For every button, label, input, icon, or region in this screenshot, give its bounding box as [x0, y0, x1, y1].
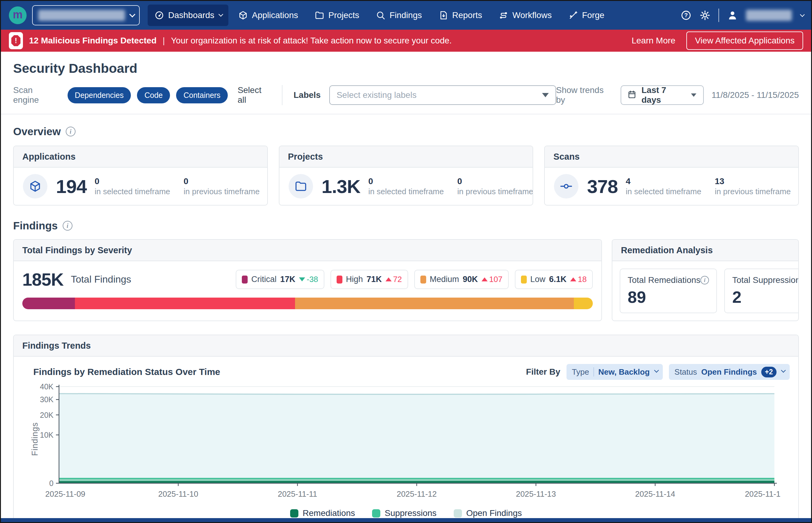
help-icon[interactable]: ?	[681, 10, 691, 21]
legend-label: Suppressions	[385, 508, 437, 518]
labels-dropdown-icon	[542, 93, 549, 97]
selected-timeframe-value: 4	[626, 177, 701, 186]
type-filter-value: New, Backlog	[598, 367, 650, 377]
legend-label: Open Findings	[466, 508, 522, 518]
svg-text:2025-11-11: 2025-11-11	[278, 489, 317, 499]
findings-trends-chart: Findings 010K20K30K40K2025-11-092025-11-…	[22, 382, 790, 505]
severity-value: 90K	[463, 275, 478, 284]
scan-engine-chip-dependencies[interactable]: Dependencies	[68, 87, 131, 103]
severity-chips: Critical 17K -38 High 71K 72 Medium 90K …	[236, 270, 593, 289]
severity-swatch	[337, 275, 343, 284]
overview-card-projects: Projects 1.3K 0 in selected timeframe 0 …	[279, 146, 534, 205]
svg-text:0: 0	[49, 479, 54, 488]
info-icon[interactable]: i	[700, 276, 709, 285]
previous-timeframe-label: in previous timeframe	[715, 187, 791, 196]
svg-text:30K: 30K	[40, 395, 54, 404]
metric-value: 89	[628, 288, 709, 306]
user-name-redacted	[746, 10, 792, 21]
nav-item-label: Applications	[252, 11, 298, 20]
total-findings-label: Total Findings	[71, 274, 131, 285]
status-filter-value: Open Findings	[701, 367, 757, 377]
legend-item-remediations[interactable]: Remediations	[290, 508, 355, 518]
section-divider	[1, 114, 811, 114]
gauge-icon	[154, 11, 164, 20]
labels-label: Labels	[294, 90, 321, 100]
trend-period-select[interactable]: Last 7 days	[621, 85, 703, 105]
findings-trends-card: Findings Trends Findings by Remediation …	[13, 335, 799, 520]
metric-value: 2	[732, 288, 799, 306]
type-filter-chevron-icon	[654, 368, 659, 373]
labels-input[interactable]	[337, 90, 542, 100]
nav-item-applications[interactable]: Applications	[232, 5, 305, 26]
total-findings-value: 185K	[22, 269, 63, 290]
scan-engine-chip-containers[interactable]: Containers	[176, 87, 228, 103]
findings-title: Findings	[13, 220, 58, 232]
findings-info-icon[interactable]: i	[63, 221, 72, 231]
nav-item-label: Projects	[328, 11, 359, 20]
legend-swatch	[454, 509, 462, 518]
severity-chip-medium[interactable]: Medium 90K 107	[414, 270, 509, 289]
overview-card-scans: Scans 378 4 in selected timeframe 13 in …	[544, 146, 799, 205]
status-filter-badge: +2	[761, 367, 777, 377]
severity-chip-low[interactable]: Low 6.1K 18	[515, 270, 593, 289]
svg-text:10K: 10K	[40, 431, 54, 439]
organization-select[interactable]	[32, 5, 140, 25]
scan-engine-chips: DependenciesCodeContainers	[68, 87, 228, 103]
severity-name: Low	[531, 275, 546, 284]
overview-title: Overview	[13, 125, 61, 138]
remediation-metrics: Total Remediations i 89Total Suppression…	[612, 261, 798, 321]
chart-y-axis-label: Findings	[30, 422, 40, 456]
card-title: Projects	[279, 146, 533, 168]
card-value: 194	[56, 176, 87, 197]
view-affected-applications-button[interactable]: View Affected Applications	[686, 32, 803, 50]
nav-item-dashboards[interactable]: Dashboards	[148, 5, 228, 26]
nav-divider	[718, 8, 719, 22]
chevron-down-icon	[129, 11, 135, 17]
workflow-icon	[499, 11, 509, 20]
trend-period-value: Last 7 days	[641, 85, 685, 105]
trend-dropdown-icon	[691, 93, 697, 97]
overview-info-icon[interactable]: i	[66, 127, 75, 137]
type-filter[interactable]: Type New, Backlog	[567, 364, 663, 380]
status-filter-label: Status	[675, 367, 697, 377]
severity-chip-high[interactable]: High 71K 72	[331, 270, 408, 289]
nav-item-label: Workflows	[512, 11, 552, 20]
user-menu-chevron-icon[interactable]	[800, 12, 805, 17]
logo-letter: m	[13, 9, 23, 20]
severity-delta: 72	[386, 275, 402, 284]
nav-item-label: Forge	[582, 11, 604, 20]
previous-timeframe-value: 13	[715, 177, 791, 186]
svg-text:2025-11-10: 2025-11-10	[158, 489, 198, 499]
search-icon	[376, 11, 386, 20]
legend-swatch	[290, 509, 298, 518]
legend-item-suppressions[interactable]: Suppressions	[372, 508, 437, 518]
severity-value: 6.1K	[549, 275, 567, 284]
learn-more-link[interactable]: Learn More	[632, 36, 675, 46]
cube-icon	[23, 174, 48, 198]
severity-name: Critical	[251, 275, 277, 284]
banner-title: 12 Malicious Findings Detected	[29, 36, 156, 46]
nav-item-forge[interactable]: Forge	[561, 5, 611, 26]
nav-item-workflows[interactable]: Workflows	[492, 5, 558, 26]
labels-select[interactable]	[329, 85, 556, 105]
nav-item-label: Reports	[452, 11, 482, 20]
metric-total-suppressions: Total Suppressions i 2	[724, 269, 799, 313]
gear-icon[interactable]	[700, 10, 710, 21]
severity-delta: 18	[570, 275, 587, 284]
date-range: 11/8/2025 - 11/15/2025	[712, 90, 799, 100]
nav-right: ?	[681, 8, 803, 22]
severity-swatch	[242, 275, 247, 284]
select-all-link[interactable]: Select all	[238, 85, 271, 105]
svg-text:2025-11-14: 2025-11-14	[635, 489, 675, 499]
previous-timeframe-value: 0	[184, 177, 260, 186]
nav-item-reports[interactable]: Reports	[432, 5, 489, 26]
nav-item-projects[interactable]: Projects	[308, 5, 366, 26]
severity-name: Medium	[430, 275, 459, 284]
scan-engine-chip-code[interactable]: Code	[137, 87, 170, 103]
status-filter[interactable]: Status Open Findings +2	[669, 364, 790, 380]
nav-item-findings[interactable]: Findings	[369, 5, 429, 26]
severity-swatch	[521, 275, 527, 284]
legend-item-open-findings[interactable]: Open Findings	[454, 508, 522, 518]
severity-chip-critical[interactable]: Critical 17K -38	[236, 270, 325, 289]
mend-logo[interactable]: m	[9, 6, 26, 24]
